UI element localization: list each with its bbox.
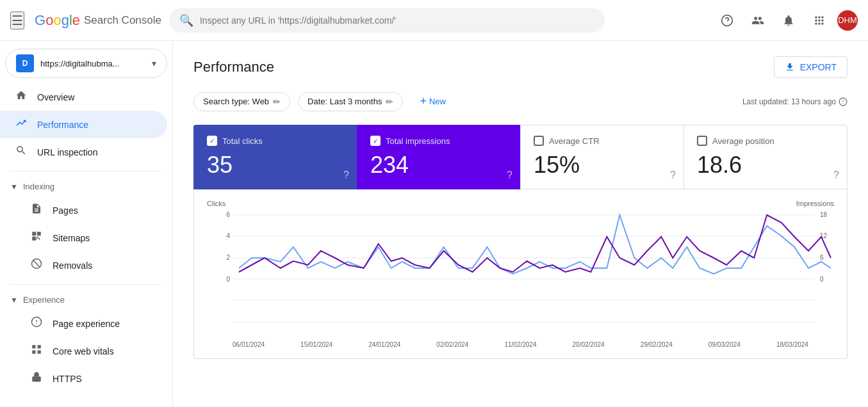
divider-2 (10, 284, 162, 285)
metric-card-total-clicks[interactable]: Total clicks 35 ? (193, 125, 357, 189)
chevron-down-icon: ▾ (152, 58, 156, 68)
last-updated: Last updated: 13 hours ago (742, 97, 848, 106)
property-icon: D (16, 54, 34, 72)
sidebar-item-removals-label: Removals (53, 260, 92, 271)
sidebar-item-sitemaps-label: Sitemaps (53, 233, 90, 243)
average-position-label: Average position (712, 136, 774, 146)
metric-card-total-impressions[interactable]: Total impressions 234 ? (357, 125, 520, 189)
main-content: Performance EXPORT Search type: Web ✏ Da… (173, 41, 868, 407)
property-selector[interactable]: D https://digitalhubma... ▾ (5, 49, 167, 78)
impressions-axis-label: Impressions (796, 200, 834, 207)
total-impressions-checkbox[interactable] (370, 136, 381, 146)
x-label-7: 09/03/2024 (708, 341, 741, 348)
sidebar-item-performance[interactable]: Performance (0, 111, 167, 138)
sidebar-item-pages-label: Pages (53, 205, 78, 216)
average-position-checkbox[interactable] (697, 136, 707, 146)
experience-section-header[interactable]: ▼ Experience (0, 290, 172, 310)
google-logo: Google (35, 12, 80, 29)
experience-section-label: Experience (23, 295, 65, 305)
average-position-value: 18.6 (697, 151, 834, 179)
sidebar-item-core-web-vitals-label: Core web vitals (53, 346, 114, 356)
performance-icon (15, 117, 27, 132)
total-impressions-help-icon[interactable]: ? (507, 170, 512, 181)
x-label-2: 24/01/2024 (368, 341, 400, 348)
property-url: https://digitalhubma... (40, 59, 145, 68)
notifications-button[interactable] (776, 8, 801, 33)
sidebar-item-overview-label: Overview (37, 92, 74, 102)
search-bar[interactable]: 🔍 (169, 8, 605, 33)
indexing-section-header[interactable]: ▼ Indexing (0, 177, 172, 196)
sidebar-item-page-experience[interactable]: Page experience (0, 310, 167, 337)
date-filter[interactable]: Date: Last 3 months ✏ (298, 92, 403, 111)
header-actions: DHM (714, 8, 858, 33)
total-clicks-help-icon[interactable]: ? (343, 170, 349, 181)
page-header: Performance EXPORT (193, 56, 848, 78)
edit-icon-date: ✏ (386, 97, 393, 107)
logo: Google Search Console (35, 12, 161, 29)
average-ctr-help-icon[interactable]: ? (670, 170, 676, 181)
search-icon: 🔍 (179, 13, 193, 28)
svg-rect-11 (32, 376, 41, 381)
export-button[interactable]: EXPORT (774, 56, 848, 78)
svg-rect-10 (38, 351, 41, 354)
search-type-filter[interactable]: Search type: Web ✏ (193, 92, 290, 111)
x-label-0: 06/01/2024 (233, 341, 265, 348)
metric-card-average-position[interactable]: Average position 18.6 ? (684, 125, 848, 189)
sitemaps-icon (31, 230, 42, 245)
average-ctr-checkbox[interactable] (534, 136, 544, 146)
sidebar-item-https[interactable]: HTTPS (0, 365, 167, 392)
apps-button[interactable] (807, 8, 832, 33)
x-label-5: 20/02/2024 (573, 341, 605, 348)
menu-icon[interactable]: ☰ (10, 12, 24, 29)
search-input[interactable] (200, 15, 594, 26)
svg-line-3 (33, 260, 40, 267)
average-position-help-icon[interactable]: ? (833, 170, 839, 181)
product-name: Search Console (84, 14, 161, 27)
users-button[interactable] (745, 8, 771, 33)
avatar[interactable]: DHM (837, 10, 858, 31)
core-web-vitals-icon (31, 344, 42, 358)
body: D https://digitalhubma... ▾ Overview Per… (0, 41, 868, 407)
app-header: ☰ Google Search Console 🔍 DHM (0, 0, 868, 41)
sidebar-item-url-inspection[interactable]: URL inspection (0, 138, 167, 166)
sidebar-item-sitemaps[interactable]: Sitemaps (0, 224, 167, 251)
page-title: Performance (193, 59, 274, 76)
svg-point-14 (842, 102, 843, 103)
chart-svg: 6 4 2 0 18 12 6 0 (207, 209, 834, 337)
removals-icon (31, 258, 42, 273)
average-ctr-label: Average CTR (549, 136, 600, 146)
add-filter-button[interactable]: + New (411, 91, 455, 112)
total-clicks-value: 35 (207, 151, 344, 179)
svg-rect-9 (38, 345, 41, 348)
total-impressions-label: Total impressions (386, 136, 450, 146)
sidebar-item-https-label: HTTPS (53, 374, 82, 384)
x-label-6: 29/02/2024 (641, 341, 673, 348)
filter-bar: Search type: Web ✏ Date: Last 3 months ✏… (193, 91, 848, 112)
sidebar-item-overview[interactable]: Overview (0, 83, 167, 111)
svg-text:18: 18 (820, 211, 828, 218)
average-ctr-value: 15% (534, 151, 671, 179)
indexing-section-label: Indexing (23, 182, 54, 191)
svg-text:2: 2 (226, 254, 230, 261)
svg-text:12: 12 (820, 232, 828, 239)
https-icon (31, 371, 42, 386)
svg-rect-8 (32, 351, 35, 354)
total-clicks-checkbox[interactable] (207, 136, 217, 146)
help-button[interactable] (714, 8, 740, 33)
total-impressions-value: 234 (370, 151, 507, 179)
divider-1 (10, 171, 162, 172)
metric-card-average-ctr[interactable]: Average CTR 15% ? (520, 125, 684, 189)
clicks-axis-label: Clicks (207, 200, 225, 207)
home-icon (15, 90, 27, 104)
svg-text:0: 0 (820, 276, 824, 283)
sidebar: D https://digitalhubma... ▾ Overview Per… (0, 41, 173, 407)
url-inspect-icon (15, 145, 27, 159)
x-label-8: 18/03/2024 (776, 341, 808, 348)
x-label-1: 15/01/2024 (300, 341, 332, 348)
page-experience-icon (31, 316, 42, 331)
sidebar-item-core-web-vitals[interactable]: Core web vitals (0, 337, 167, 365)
sidebar-item-url-inspection-label: URL inspection (37, 147, 97, 157)
sidebar-item-pages[interactable]: Pages (0, 196, 167, 224)
sidebar-item-removals[interactable]: Removals (0, 251, 167, 279)
chart-container: Clicks Impressions 6 4 2 0 (193, 189, 848, 359)
